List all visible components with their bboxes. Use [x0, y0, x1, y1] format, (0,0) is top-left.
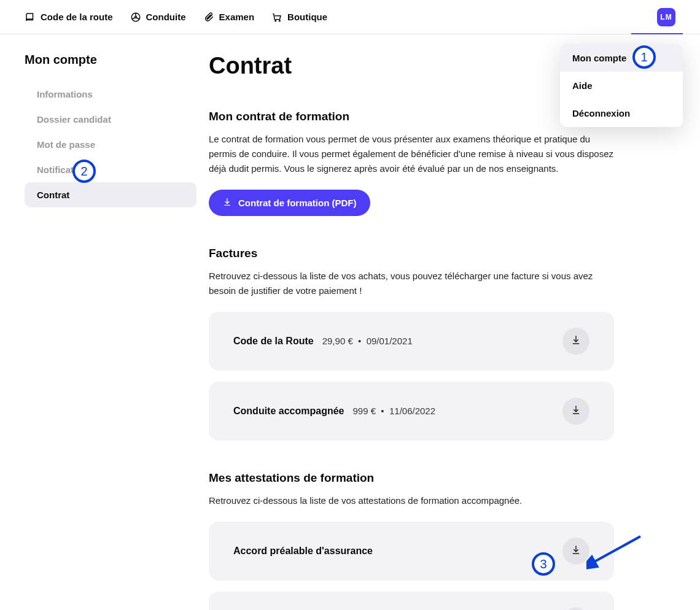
dropdown-item-aide[interactable]: Aide — [560, 72, 683, 99]
section-attestations: Mes attestations de formation Retrouvez … — [209, 471, 614, 610]
svg-line-4 — [591, 536, 640, 563]
nav-item-boutique[interactable]: Boutique — [271, 12, 327, 23]
cart-icon — [271, 12, 282, 23]
nav-item-label: Code de la route — [41, 12, 113, 22]
annotation-circle-3: 3 — [532, 552, 555, 576]
invoice-row: Code de la Route 29,90 € • 09/01/2021 — [209, 312, 614, 371]
download-icon — [222, 197, 232, 209]
download-icon — [570, 544, 581, 558]
attestation-download-button[interactable] — [562, 538, 589, 565]
download-icon — [570, 334, 581, 348]
invoice-info: Conduite accompagnée 999 € • 11/06/2022 — [233, 406, 435, 417]
section-attestations-desc: Retrouvez ci-dessous la liste de vos att… — [209, 493, 614, 508]
dropdown-item-mon-compte[interactable]: Mon compte — [560, 44, 683, 72]
sidebar-list: Informations Dossier candidat Mot de pas… — [25, 82, 196, 207]
nav-item-examen[interactable]: Examen — [203, 12, 255, 23]
nav-item-conduite[interactable]: Conduite — [130, 12, 186, 23]
nav-item-label: Conduite — [146, 12, 186, 22]
section-invoices: Factures Retrouvez ci-dessous la liste d… — [209, 247, 614, 441]
attestation-info: Accord préalable d'assurance — [233, 546, 373, 557]
top-nav: Code de la route Conduite Examen Boutiqu… — [25, 12, 327, 23]
invoice-name: Code de la Route — [233, 336, 314, 347]
book-icon — [25, 12, 36, 23]
sidebar-item-mot-de-passe[interactable]: Mot de passe — [25, 132, 196, 157]
invoice-download-button[interactable] — [562, 328, 589, 355]
sidebar-item-informations[interactable]: Informations — [25, 82, 196, 107]
avatar[interactable]: LM — [657, 8, 675, 26]
sidebar-item-notifications[interactable]: Notifications — [25, 157, 196, 182]
page-title: Contrat — [209, 53, 614, 79]
section-contract: Mon contrat de formation Le contrat de f… — [209, 110, 614, 216]
section-attestations-title: Mes attestations de formation — [209, 471, 614, 485]
sidebar-item-dossier-candidat[interactable]: Dossier candidat — [25, 107, 196, 132]
invoice-name: Conduite accompagnée — [233, 406, 344, 417]
annotation-circle-2: 2 — [72, 160, 96, 183]
sidebar-title: Mon compte — [25, 53, 196, 67]
invoice-info: Code de la Route 29,90 € • 09/01/2021 — [233, 336, 413, 347]
attestation-row: Accord préalable d'assurance — [209, 522, 614, 581]
header: Code de la route Conduite Examen Boutiqu… — [0, 0, 700, 34]
invoice-row: Conduite accompagnée 999 € • 11/06/2022 — [209, 382, 614, 441]
svg-point-3 — [279, 20, 281, 21]
section-invoices-title: Factures — [209, 247, 614, 260]
section-contract-title: Mon contrat de formation — [209, 110, 614, 123]
section-contract-desc: Le contrat de formation vous permet de v… — [209, 132, 614, 176]
invoice-meta: 999 € • 11/06/2022 — [352, 406, 435, 416]
sidebar-item-contrat[interactable]: Contrat — [25, 182, 196, 207]
download-contract-button[interactable]: Contrat de formation (PDF) — [209, 190, 370, 216]
nav-item-code[interactable]: Code de la route — [25, 12, 113, 23]
download-contract-label: Contrat de formation (PDF) — [238, 198, 357, 208]
avatar-active-indicator — [631, 33, 683, 34]
wheel-icon — [130, 12, 141, 23]
invoice-download-button[interactable] — [562, 398, 589, 425]
clip-icon — [203, 12, 214, 23]
dropdown-item-deconnexion[interactable]: Déconnexion — [560, 99, 683, 127]
main-content: Contrat Mon contrat de formation Le cont… — [209, 53, 614, 610]
attestation-row: Attestation de fin de formation initiale — [209, 592, 614, 610]
attestation-name: Accord préalable d'assurance — [233, 546, 373, 557]
nav-item-label: Examen — [219, 12, 255, 22]
section-invoices-desc: Retrouvez ci-dessous la liste de vos ach… — [209, 269, 614, 298]
annotation-circle-1: 1 — [632, 45, 656, 69]
invoice-meta: 29,90 € • 09/01/2021 — [322, 336, 413, 346]
user-dropdown: Mon compte Aide Déconnexion — [560, 44, 683, 127]
avatar-initials: LM — [660, 13, 672, 21]
download-icon — [570, 404, 581, 418]
svg-point-2 — [275, 20, 276, 21]
sidebar: Mon compte Informations Dossier candidat… — [25, 53, 196, 610]
attestation-download-button[interactable] — [562, 608, 589, 610]
nav-item-label: Boutique — [287, 12, 327, 22]
annotation-arrow — [586, 533, 648, 569]
